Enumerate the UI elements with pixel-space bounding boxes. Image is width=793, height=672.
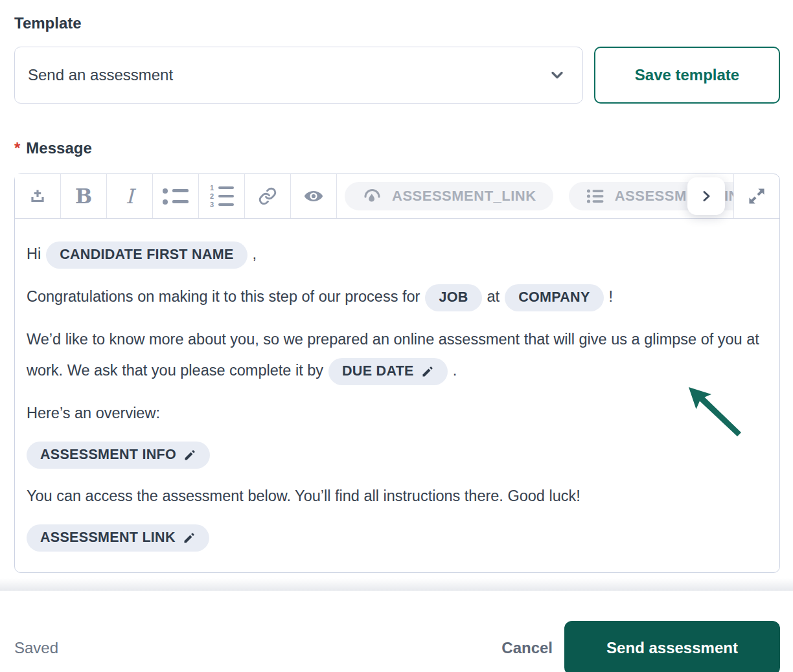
assessment-link-token[interactable]: ASSESSMENT LINK bbox=[27, 524, 209, 552]
congrats-mid-text: at bbox=[487, 288, 500, 305]
italic-button[interactable]: I bbox=[107, 174, 153, 218]
congrats-text: Congratulations on making it to this ste… bbox=[27, 288, 420, 305]
template-select-value: Send an assessment bbox=[28, 66, 173, 84]
gauge-icon bbox=[362, 186, 382, 206]
message-label: * Message bbox=[14, 139, 780, 157]
chevron-right-icon bbox=[698, 188, 714, 204]
upload-button[interactable] bbox=[15, 174, 61, 218]
assessment-link-tag-button[interactable]: ASSESSMENT_LINK bbox=[345, 182, 553, 210]
expand-cell bbox=[733, 174, 779, 218]
upload-icon bbox=[28, 186, 47, 206]
footer-bar: Saved Cancel Send assessment bbox=[0, 591, 793, 672]
message-label-text: Message bbox=[26, 139, 91, 157]
congrats-exclaim: ! bbox=[609, 288, 614, 305]
pencil-icon bbox=[183, 449, 196, 462]
send-assessment-button[interactable]: Send assessment bbox=[564, 621, 780, 672]
message-editor: B I 1 2 3 bbox=[14, 174, 780, 573]
assessment-period: . bbox=[453, 362, 457, 379]
chevron-down-icon bbox=[549, 67, 566, 84]
bold-icon: B bbox=[75, 185, 92, 208]
candidate-first-name-token[interactable]: CANDIDATE FIRST NAME bbox=[46, 241, 247, 269]
greeting-comma: , bbox=[253, 245, 257, 262]
eye-icon bbox=[303, 187, 325, 205]
bullet-list-icon bbox=[586, 187, 605, 205]
footer-divider bbox=[0, 578, 793, 591]
assessment-info-token[interactable]: ASSESSMENT INFO bbox=[27, 442, 210, 469]
toolbar-scroll-right-button[interactable] bbox=[687, 177, 725, 215]
bullet-list-icon bbox=[163, 188, 189, 205]
assessment-link-row: ASSESSMENT LINK bbox=[27, 523, 768, 552]
pencil-icon bbox=[421, 365, 434, 378]
greeting-paragraph: HiCANDIDATE FIRST NAME, bbox=[27, 238, 768, 269]
italic-icon: I bbox=[126, 185, 133, 208]
fullscreen-button[interactable] bbox=[746, 186, 767, 207]
ordered-list-icon: 1 2 3 bbox=[209, 185, 234, 208]
required-asterisk: * bbox=[14, 139, 20, 157]
pencil-icon bbox=[183, 532, 196, 544]
ordered-list-button[interactable]: 1 2 3 bbox=[199, 174, 245, 218]
save-template-button[interactable]: Save template bbox=[594, 47, 780, 104]
message-body[interactable]: HiCANDIDATE FIRST NAME, Congratulations … bbox=[15, 219, 779, 572]
access-paragraph: You can access the assessment below. You… bbox=[27, 480, 768, 511]
save-status: Saved bbox=[14, 639, 58, 657]
job-token[interactable]: JOB bbox=[425, 284, 481, 311]
link-icon bbox=[258, 186, 277, 206]
assessment-paragraph: We’d like to know more about you, so we … bbox=[27, 324, 768, 386]
overview-paragraph: Here’s an overview: bbox=[27, 398, 768, 429]
template-row: Send an assessment Save template bbox=[14, 47, 780, 104]
greeting-text: Hi bbox=[27, 245, 41, 262]
congrats-paragraph: Congratulations on making it to this ste… bbox=[27, 281, 768, 312]
expand-icon bbox=[746, 186, 767, 207]
company-token[interactable]: COMPANY bbox=[505, 284, 603, 311]
cancel-button[interactable]: Cancel bbox=[501, 639, 553, 657]
template-select[interactable]: Send an assessment bbox=[14, 47, 583, 104]
bold-button[interactable]: B bbox=[61, 174, 107, 218]
due-date-token[interactable]: DUE DATE bbox=[328, 358, 448, 385]
preview-button[interactable] bbox=[291, 174, 337, 218]
merge-tag-strip: ASSESSMENT_LINK ASSESSMENT_INFO bbox=[337, 174, 733, 218]
merge-tag-label: ASSESSMENT_LINK bbox=[392, 188, 536, 205]
template-label: Template bbox=[14, 14, 780, 32]
send-assessment-form: Template Send an assessment Save templat… bbox=[0, 0, 793, 573]
link-button[interactable] bbox=[245, 174, 291, 218]
editor-toolbar: B I 1 2 3 bbox=[15, 174, 779, 219]
assessment-info-row: ASSESSMENT INFO bbox=[27, 440, 768, 469]
bullet-list-button[interactable] bbox=[153, 174, 199, 218]
